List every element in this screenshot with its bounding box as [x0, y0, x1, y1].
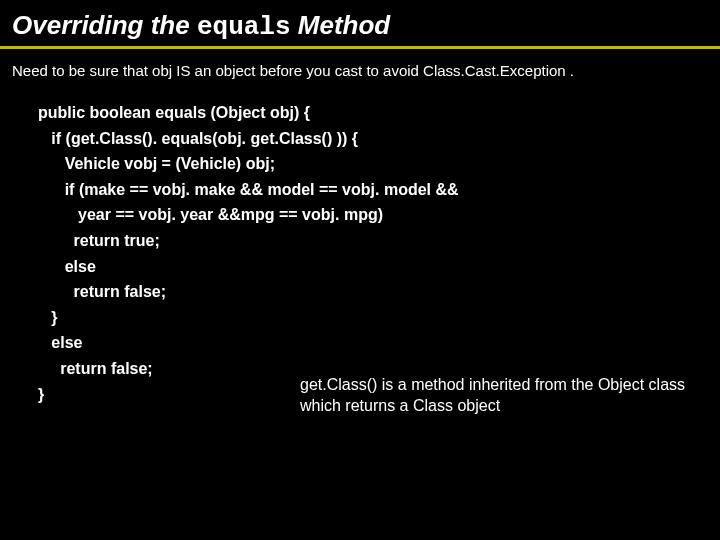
code-line: return true; — [38, 228, 678, 254]
code-line: Vehicle vobj = (Vehicle) obj; — [38, 151, 678, 177]
code-line: return false; — [38, 279, 678, 305]
title-part2: Method — [291, 10, 391, 40]
slide-title: Overriding the equals Method — [12, 10, 390, 42]
title-part1: Overriding the — [12, 10, 197, 40]
code-line: if (make == vobj. make && model == vobj.… — [38, 177, 678, 203]
title-mono: equals — [197, 12, 291, 42]
title-underline — [0, 46, 720, 49]
code-line: if (get.Class(). equals(obj. get.Class()… — [38, 126, 678, 152]
code-line: } — [38, 305, 678, 331]
code-line: year == vobj. year &&mpg == vobj. mpg) — [38, 202, 678, 228]
code-block: public boolean equals (Object obj) { if … — [38, 100, 678, 407]
code-line: public boolean equals (Object obj) { — [38, 100, 678, 126]
code-line: else — [38, 254, 678, 280]
side-note: get.Class() is a method inherited from t… — [300, 375, 700, 417]
slide: Overriding the equals Method Need to be … — [0, 0, 720, 540]
subtitle-note: Need to be sure that obj IS an object be… — [12, 62, 708, 79]
code-line: else — [38, 330, 678, 356]
